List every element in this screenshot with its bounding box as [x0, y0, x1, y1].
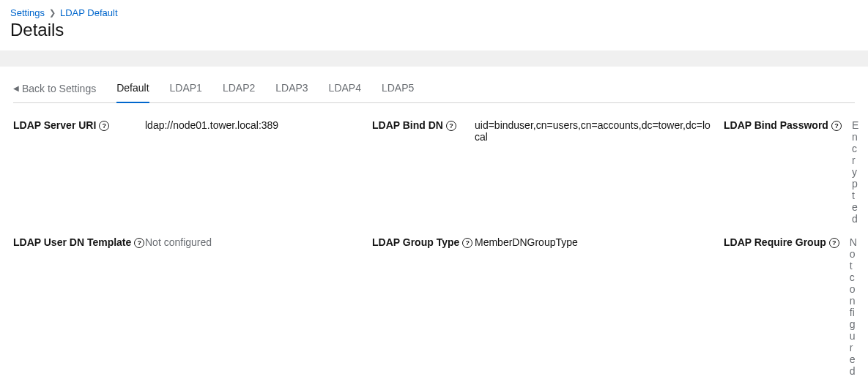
chevron-right-icon: ❯: [49, 8, 56, 18]
label-ldap-require-group: LDAP Require Group ?: [724, 236, 839, 377]
help-icon[interactable]: ?: [134, 238, 144, 248]
tab-ldap2[interactable]: LDAP2: [223, 74, 255, 103]
tab-ldap4[interactable]: LDAP4: [329, 74, 361, 103]
value-ldap-bind-dn: uid=binduser,cn=users,cn=accounts,dc=tow…: [475, 119, 724, 225]
breadcrumb-root-link[interactable]: Settings: [10, 7, 45, 18]
value-ldap-group-type: MemberDNGroupType: [475, 236, 724, 377]
tabs-row: ◀ Back to Settings DefaultLDAP1LDAP2LDAP…: [13, 74, 855, 103]
label-ldap-user-dn-template: LDAP User DN Template ?: [13, 236, 145, 377]
label-ldap-server-uri: LDAP Server URI ?: [13, 119, 145, 225]
breadcrumb: Settings ❯ LDAP Default: [10, 7, 858, 18]
help-icon[interactable]: ?: [446, 121, 456, 131]
breadcrumb-current-link[interactable]: LDAP Default: [60, 7, 118, 18]
value-ldap-server-uri: ldap://node01.tower.local:389: [145, 119, 372, 225]
value-ldap-bind-password: Encrypted: [852, 119, 867, 225]
back-to-settings-link[interactable]: ◀ Back to Settings: [13, 83, 96, 94]
label-ldap-bind-dn: LDAP Bind DN ?: [372, 119, 475, 225]
label-ldap-bind-password: LDAP Bind Password ?: [724, 119, 842, 225]
label-ldap-group-type: LDAP Group Type ?: [372, 236, 475, 377]
tab-ldap1[interactable]: LDAP1: [170, 74, 202, 103]
tab-ldap5[interactable]: LDAP5: [382, 74, 414, 103]
spacer: [0, 50, 868, 67]
tab-ldap3[interactable]: LDAP3: [275, 74, 308, 103]
value-ldap-user-dn-template: Not configured: [145, 236, 372, 377]
page-title: Details: [10, 20, 858, 40]
help-icon[interactable]: ?: [99, 121, 109, 131]
value-ldap-require-group: Not configured: [850, 236, 866, 377]
tab-default[interactable]: Default: [116, 74, 149, 103]
back-label: Back to Settings: [22, 83, 96, 94]
chevron-left-icon: ◀: [13, 84, 19, 92]
help-icon[interactable]: ?: [462, 238, 472, 248]
help-icon[interactable]: ?: [829, 238, 839, 248]
help-icon[interactable]: ?: [831, 121, 842, 131]
